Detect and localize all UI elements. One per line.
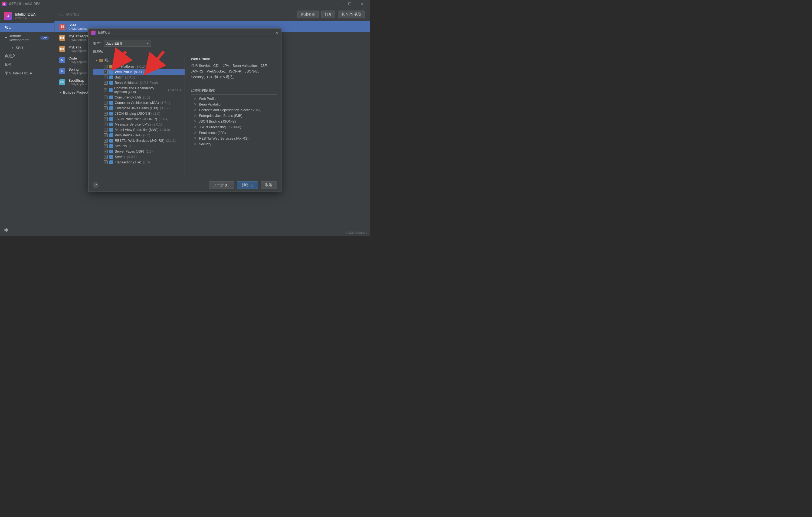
dependency-version: (2.0.SP1) <box>168 88 182 92</box>
help-icon[interactable]: ? <box>93 182 99 188</box>
project-name: SSM <box>68 23 93 27</box>
dependency-item[interactable]: Bean Validation (2.0.1.Final) <box>93 80 184 86</box>
dependency-item[interactable]: Security (1.0) <box>93 143 184 149</box>
dependency-item[interactable]: Transaction (JTA) (1.3) <box>93 160 184 165</box>
dependencies-tree[interactable]: 规... Full Platform (8.0.1)Web Profile (8… <box>93 57 185 178</box>
vcs-button[interactable]: 从 VCS 获取 <box>338 10 365 18</box>
dependency-checkbox[interactable] <box>104 160 108 164</box>
dependency-checkbox[interactable] <box>104 133 108 137</box>
close-icon[interactable] <box>358 1 366 6</box>
dependency-checkbox[interactable] <box>104 150 108 153</box>
dependency-item[interactable]: RESTful Web Services (JAX-RS) (2.1.1) <box>93 138 184 143</box>
dependency-checkbox[interactable] <box>104 81 108 85</box>
dependency-checkbox[interactable] <box>104 106 108 110</box>
remove-dependency-icon[interactable]: ✕ <box>194 102 197 106</box>
dependency-item[interactable]: Connector Architecture (JCA) (1.7.1) <box>93 100 184 105</box>
svg-marker-1 <box>12 47 14 49</box>
dependency-checkbox[interactable] <box>104 112 108 116</box>
remove-dependency-icon[interactable]: ✕ <box>194 136 197 141</box>
sidebar-item[interactable]: 项目 <box>0 23 54 32</box>
dependency-checkbox[interactable] <box>104 70 108 74</box>
dependency-item[interactable]: Model View Controller (MVC) (1.0.0) <box>93 127 184 132</box>
dependency-name: Batch <box>115 75 123 79</box>
dependency-version: (8.0.1) <box>134 70 143 74</box>
added-dependency-row: ✕Web Profile <box>191 96 277 101</box>
dependency-checkbox[interactable] <box>104 101 108 105</box>
sidebar-item-label: Remote Development <box>9 34 37 42</box>
dependency-item[interactable]: Batch (1.0.1) <box>93 75 184 80</box>
dependency-checkbox[interactable] <box>104 155 108 159</box>
dependency-checkbox[interactable] <box>104 88 107 92</box>
sidebar-item[interactable]: 自定义 <box>0 52 54 60</box>
added-dependency-row: ✕Security <box>191 141 277 147</box>
project-avatar: SS <box>59 24 65 30</box>
dependency-checkbox[interactable] <box>104 139 108 143</box>
dependency-item[interactable]: Persistence (JPA) (2.2) <box>93 132 184 138</box>
remove-dependency-icon[interactable]: ✕ <box>194 125 197 129</box>
dependency-item[interactable]: Concurrency Utils (1.1) <box>93 95 184 100</box>
chevron-down-icon <box>59 92 61 93</box>
previous-button[interactable]: 上一步 (P) <box>209 181 234 189</box>
sidebar-item-label: 插件 <box>5 62 12 67</box>
dependency-checkbox[interactable] <box>104 95 108 99</box>
sidebar-item[interactable]: Remote DevelopmentBeta <box>0 32 54 44</box>
remove-dependency-icon[interactable]: ✕ <box>194 131 197 135</box>
remove-dependency-icon[interactable]: ✕ <box>194 142 197 146</box>
dependency-item[interactable]: Contexts and Dependency Injection (CDI) … <box>93 86 184 95</box>
dialog-title-bar: 新建项目 ✕ <box>88 29 281 37</box>
dependency-item[interactable]: Message Service (JMS) (2.0.1) <box>93 122 184 127</box>
added-dependency-name: Security <box>199 142 211 146</box>
dependency-checkbox[interactable] <box>104 65 108 68</box>
remove-dependency-icon[interactable]: ✕ <box>194 119 197 123</box>
dialog-title: 新建项目 <box>98 30 111 35</box>
settings-gear-icon[interactable] <box>0 225 54 236</box>
dependency-checkbox[interactable] <box>104 117 108 121</box>
dependency-item[interactable]: Enterprise Java Beans (EJB) (3.2.2) <box>93 105 184 111</box>
dependency-item[interactable]: JSON Binding (JSON-B) (1.0) <box>93 111 184 116</box>
dependency-item[interactable]: JSON Processing (JSON-P) (1.1.4) <box>93 116 184 122</box>
minimize-icon[interactable] <box>334 1 341 6</box>
dependency-item[interactable]: Full Platform (8.0.1) <box>93 64 184 69</box>
added-dependency-name: Bean Validation <box>199 102 223 106</box>
dependency-item[interactable]: Web Profile (8.0.1) <box>93 69 184 75</box>
file-icon <box>109 123 113 126</box>
dependency-checkbox[interactable] <box>104 123 108 126</box>
maximize-icon[interactable] <box>346 1 353 6</box>
remove-dependency-icon[interactable]: ✕ <box>194 97 197 101</box>
remove-dependency-icon[interactable]: ✕ <box>194 114 197 118</box>
added-dependency-name: Web Profile <box>199 97 216 101</box>
search-input[interactable] <box>65 12 295 17</box>
chevron-down-icon <box>147 43 149 44</box>
dependency-item[interactable]: Server Faces (JSF) (2.3) <box>93 149 184 154</box>
added-dependency-name: JSON Processing (JSON-P) <box>199 125 241 129</box>
open-button[interactable]: 打开 <box>321 10 336 18</box>
sidebar-item-label: 学习 IntelliJ IDEA <box>5 71 32 76</box>
dialog-close-icon[interactable]: ✕ <box>275 31 279 35</box>
dependency-version: (1.0) <box>153 112 160 116</box>
search-box[interactable] <box>59 12 295 17</box>
file-icon <box>109 160 113 164</box>
added-dependency-name: Contexts and Dependency Injection (CDI) <box>199 108 261 112</box>
new-project-button[interactable]: 新建项目 <box>297 10 319 18</box>
sidebar-item[interactable]: 学习 IntelliJ IDEA <box>0 69 54 78</box>
added-dependency-name: JSON Binding (JSON-B) <box>199 120 236 123</box>
version-dropdown[interactable]: Java EE 8 <box>104 40 151 47</box>
file-icon <box>109 75 113 79</box>
dependency-version: (4.0.1) <box>127 155 137 159</box>
create-button[interactable]: 创建(C) <box>237 181 258 189</box>
folder-icon <box>99 59 103 62</box>
dep-description-title: Web Profile <box>191 57 277 61</box>
dependency-item[interactable]: Servlet (4.0.1) <box>93 154 184 160</box>
dependency-checkbox[interactable] <box>104 128 108 132</box>
dependency-checkbox[interactable] <box>104 144 108 148</box>
sidebar-item[interactable]: 插件 <box>0 60 54 69</box>
window-title: 欢迎访问 IntelliJ IDEA <box>9 2 40 6</box>
sidebar-item[interactable]: SSH <box>0 44 54 52</box>
spec-group-header[interactable]: 规... <box>93 57 184 64</box>
added-dependency-row: ✕Persistence (JPA) <box>191 130 277 135</box>
cancel-button[interactable]: 取消 <box>261 181 277 189</box>
dependency-name: JSON Binding (JSON-B) <box>115 112 151 116</box>
dependency-checkbox[interactable] <box>104 75 108 79</box>
remove-dependency-icon[interactable]: ✕ <box>194 108 197 112</box>
dependency-version: (8.0.1) <box>135 65 145 68</box>
